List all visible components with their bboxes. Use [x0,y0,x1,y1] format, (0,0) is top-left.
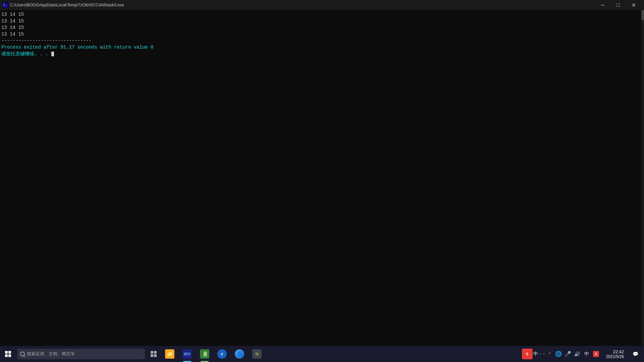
svg-text:C:: C: [3,3,7,7]
maximize-button[interactable]: □ [610,0,626,10]
tray-chevron[interactable]: ^ [547,352,552,356]
task-view-button[interactable] [146,346,161,362]
taskbar-item-dev-cpp[interactable]: DEV [178,346,196,362]
title-bar: C: C:\Users\BOOS\AppData\Local\Temp\7zO8… [0,0,644,10]
svg-rect-3 [154,351,157,354]
network-icon[interactable]: 🌐 [554,350,562,358]
notification-icon: 💬 [633,351,638,357]
7zip-icon: 7z [252,349,262,359]
svg-rect-5 [154,354,157,357]
scrollbar[interactable] [641,10,644,346]
start-button[interactable] [0,346,16,362]
dot-separator2: · [542,351,546,357]
task-view-icon [150,351,157,357]
svg-rect-4 [151,354,153,357]
close-button[interactable]: ✕ [626,0,641,10]
clock-date: 2021/5/26 [606,354,624,359]
console-line: 请按任意键继续. . . [1,51,643,58]
dot-separator: · [539,351,542,357]
console-line: 13 14 15 [1,18,643,25]
windows-icon [5,351,11,357]
clock-time: 22:42 [613,349,624,354]
console-line: 13 14 15 [1,11,643,18]
cmd-icon: C: [3,2,8,8]
sogou-icon: S [522,349,533,359]
system-tray: S 中 · · ^ 🌐 🎤 🔊 中 S 22:42 2021/5/26 💬 [522,346,644,362]
clock-area[interactable]: 22:42 2021/5/26 [602,346,628,362]
title-bar-controls: ─ □ ✕ [595,0,641,10]
ime-tray-icon[interactable]: 中 [583,350,591,358]
sogou-tray-icon[interactable]: S [592,350,600,358]
ie-icon: e [217,349,227,359]
cursor [51,52,54,56]
zh-indicator: 中 [533,351,538,357]
file-manager-icon: 📁 [165,349,174,359]
console-line: 13 14 15 [1,31,643,38]
taskbar: 搜索应用、文档、网页等 📁 DEV 📗 e 👤 [0,346,644,362]
minimize-button[interactable]: ─ [595,0,610,10]
taskbar-item-avatar[interactable]: 👤 [231,346,248,362]
console-area: 13 14 1513 14 1513 14 1513 14 15--------… [0,10,644,346]
svg-rect-2 [151,351,153,354]
search-placeholder: 搜索应用、文档、网页等 [27,351,75,357]
avatar-icon: 👤 [235,349,244,359]
search-icon [20,352,25,356]
taskbar-item-7zip[interactable]: 7z [248,346,266,362]
search-bar[interactable]: 搜索应用、文档、网页等 [17,349,145,359]
tray-icons: 🌐 🎤 🔊 中 S [552,350,602,358]
sogou-ime-area[interactable]: S 中 · · [522,349,546,359]
taskbar-item-file-manager[interactable]: 📁 [161,346,178,362]
speaker-icon[interactable]: 🔊 [573,350,581,358]
console-line: Process exited after 91.17 seconds with … [1,44,643,51]
title-bar-title: C:\Users\BOOS\AppData\Local\Temp\7zO8A5C… [10,3,595,7]
notification-button[interactable]: 💬 [628,346,643,362]
dev-cpp-icon: DEV [182,349,192,359]
console-line: -------------------------------- [1,38,643,44]
taskbar-item-green-app[interactable]: 📗 [196,346,213,362]
taskbar-items: 📁 DEV 📗 e 👤 7z [161,346,522,362]
taskbar-item-ie[interactable]: e [213,346,231,362]
microphone-icon[interactable]: 🎤 [564,350,572,358]
scrollbar-thumb[interactable] [641,10,644,20]
console-output: 13 14 1513 14 1513 14 1513 14 15--------… [1,11,643,57]
green-app-icon: 📗 [200,349,209,359]
console-line: 13 14 15 [1,24,643,31]
